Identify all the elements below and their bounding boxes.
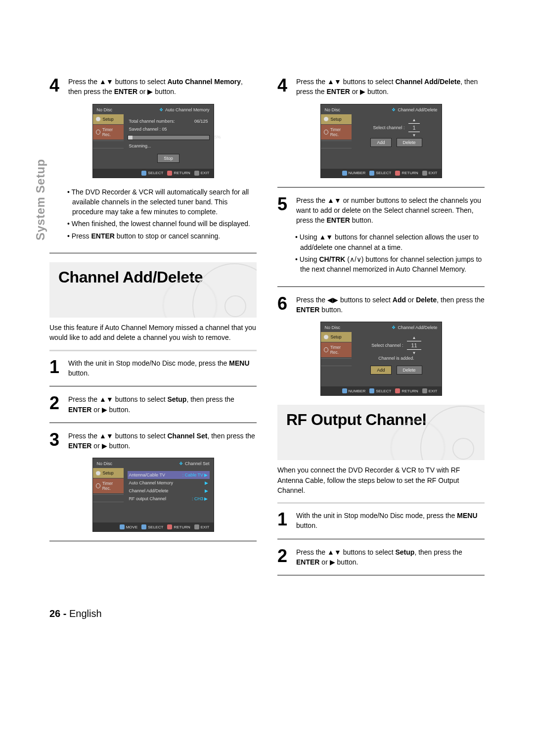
ca-step-2: 2 Press the ▲▼ buttons to select Setup, … xyxy=(49,394,257,415)
delete-button: Delete xyxy=(397,138,422,147)
t: 06/125 xyxy=(194,119,208,124)
step-number: 6 xyxy=(277,295,291,315)
osd-row-r: : Cable TV ▶ xyxy=(182,472,208,477)
step-text: Press the ▲▼ or number buttons to select… xyxy=(296,195,485,226)
right-step-6: 6 Press the ◀▶ buttons to select Add or … xyxy=(277,295,485,315)
osd-row-l: RF output Channel xyxy=(129,496,167,501)
foot-return: RETURN xyxy=(401,389,418,393)
step-text: Press the ▲▼ buttons to select Channel S… xyxy=(68,431,257,451)
step-number: 2 xyxy=(277,547,291,567)
page-lang: English xyxy=(69,608,102,619)
osd-side-setup: Setup xyxy=(321,332,352,342)
osd-side-timer-rec: Timer Rec. xyxy=(93,125,124,140)
step-number: 5 xyxy=(277,195,291,226)
right-step5-bullets: Using ▲▼ buttons for channel selection a… xyxy=(295,232,485,274)
clock-icon xyxy=(96,130,100,135)
step-number: 1 xyxy=(49,358,63,378)
foot-exit: EXIT xyxy=(429,171,438,175)
section-rf-output-channel: RF Output Channel xyxy=(277,405,485,460)
foot-return: RETURN xyxy=(174,525,190,529)
delete-button: Delete xyxy=(397,366,422,375)
foot-select: SELECT xyxy=(148,171,163,175)
t: Saved channel : 05 xyxy=(129,127,167,132)
left-step4-bullets: The DVD Recorder & VCR will automaticall… xyxy=(67,187,257,241)
ca-step-3: 3 Press the ▲▼ buttons to select Channel… xyxy=(49,431,257,451)
t: Total channel numbers: xyxy=(129,119,175,124)
osd-side-setup: Setup xyxy=(93,114,124,124)
t: Press the ▲▼ buttons to select xyxy=(68,78,167,86)
right-column: 4 Press the ▲▼ buttons to select Channel… xyxy=(277,77,485,583)
foot-select: SELECT xyxy=(376,171,391,175)
foot-return: RETURN xyxy=(401,171,418,175)
foot-exit: EXIT xyxy=(429,389,438,393)
osd-title: ❖Auto Channel Memory xyxy=(159,107,210,112)
gear-icon xyxy=(324,117,329,122)
t: Auto Channel Memory xyxy=(167,78,241,86)
foot-number: NUMBER xyxy=(349,171,366,175)
foot-return: RETURN xyxy=(174,171,190,175)
step-text: Press the ▲▼ buttons to select Setup, th… xyxy=(296,547,485,567)
clock-icon xyxy=(324,347,328,352)
step-number: 4 xyxy=(49,77,63,97)
foot-select: SELECT xyxy=(148,525,163,529)
osd-title: ❖Channel Add/Delete xyxy=(392,325,437,330)
rf-step-1: 1 With the unit in Stop mode/No Disc mod… xyxy=(277,511,485,531)
page-number: 26 - xyxy=(49,608,66,619)
add-button: Add xyxy=(370,138,391,147)
osd-channel-add-delete-2: No Disc ❖Channel Add/Delete Setup Timer … xyxy=(320,322,442,396)
t: Select channel : xyxy=(371,343,403,348)
section-intro: Use this feature if Auto Channel Memory … xyxy=(49,323,257,343)
step-text: Press the ▲▼ buttons to select Setup, th… xyxy=(68,394,257,415)
ca-step-1: 1 With the unit in Stop mode/No Disc mod… xyxy=(49,358,257,378)
osd-row-l: Auto Channel Memory xyxy=(129,480,174,485)
step-text: Press the ◀▶ buttons to select Add or De… xyxy=(296,295,485,315)
rf-step-2: 2 Press the ▲▼ buttons to select Setup, … xyxy=(277,547,485,567)
channel-number: 11 xyxy=(407,341,421,350)
foot-move: MOVE xyxy=(126,525,138,529)
step-number: 2 xyxy=(49,394,63,415)
section-side-label: System Setup xyxy=(34,159,47,240)
osd-side-timer-rec: Timer Rec. xyxy=(321,342,352,357)
step-number: 4 xyxy=(277,77,291,97)
osd-side-setup: Setup xyxy=(321,114,352,124)
channel-number: 1 xyxy=(408,123,419,132)
osd-row-l: Channel Add/Delete xyxy=(129,488,169,493)
osd-title: ❖Channel Add/Delete xyxy=(392,107,437,112)
step-text: Press the ▲▼ buttons to select Channel A… xyxy=(296,77,485,97)
osd-side-timer-rec: Timer Rec. xyxy=(321,125,352,140)
step-number: 3 xyxy=(49,431,63,451)
osd-row-r: ▶ xyxy=(205,480,208,485)
osd-row-r: ▶ xyxy=(205,488,208,493)
osd-channel-set: No Disc ❖Channel Set Setup Timer Rec. An… xyxy=(92,458,214,532)
osd-row-l: Antenna/Cable TV xyxy=(129,472,165,477)
osd-auto-channel-memory: No Disc ❖Auto Channel Memory Setup Timer… xyxy=(92,104,214,178)
section-channel-add-delete: Channel Add/Delete xyxy=(49,262,257,318)
left-step-4: 4 Press the ▲▼ buttons to select Auto Ch… xyxy=(49,77,257,97)
t: Select channel : xyxy=(373,125,404,130)
gear-icon xyxy=(96,117,101,122)
clock-icon xyxy=(324,130,328,135)
osd-side-setup: Setup xyxy=(93,468,124,478)
channel-added-msg: Channel is added. xyxy=(356,356,438,361)
bullet: Using CH/TRK (∧/∨) buttons for channel s… xyxy=(295,254,485,275)
t: or ▶ button. xyxy=(137,88,176,95)
osd-title: ❖Channel Set xyxy=(179,461,210,466)
no-disc-label: No Disc xyxy=(325,107,341,112)
stop-button: Stop xyxy=(157,154,179,163)
bullet: When finished, the lowest channel found … xyxy=(67,219,257,229)
foot-exit: EXIT xyxy=(201,525,210,529)
scan-progress: 5% xyxy=(128,135,210,140)
left-column: 4 Press the ▲▼ buttons to select Auto Ch… xyxy=(49,77,257,583)
step-text: With the unit in Stop mode/No Disc mode,… xyxy=(68,358,257,378)
foot-exit: EXIT xyxy=(201,171,210,175)
right-step-5: 5 Press the ▲▼ or number buttons to sele… xyxy=(277,195,485,226)
foot-number: NUMBER xyxy=(349,389,366,393)
bullet: Press ENTER button to stop or cancel sca… xyxy=(67,231,257,241)
no-disc-label: No Disc xyxy=(97,461,113,466)
step-text: Press the ▲▼ buttons to select Auto Chan… xyxy=(68,77,257,97)
foot-select: SELECT xyxy=(376,389,391,393)
osd-channel-add-delete-1: No Disc ❖Channel Add/Delete Setup Timer … xyxy=(320,104,442,178)
right-step-4: 4 Press the ▲▼ buttons to select Channel… xyxy=(277,77,485,97)
t: Scanning... xyxy=(129,143,151,148)
clock-icon xyxy=(96,483,100,488)
